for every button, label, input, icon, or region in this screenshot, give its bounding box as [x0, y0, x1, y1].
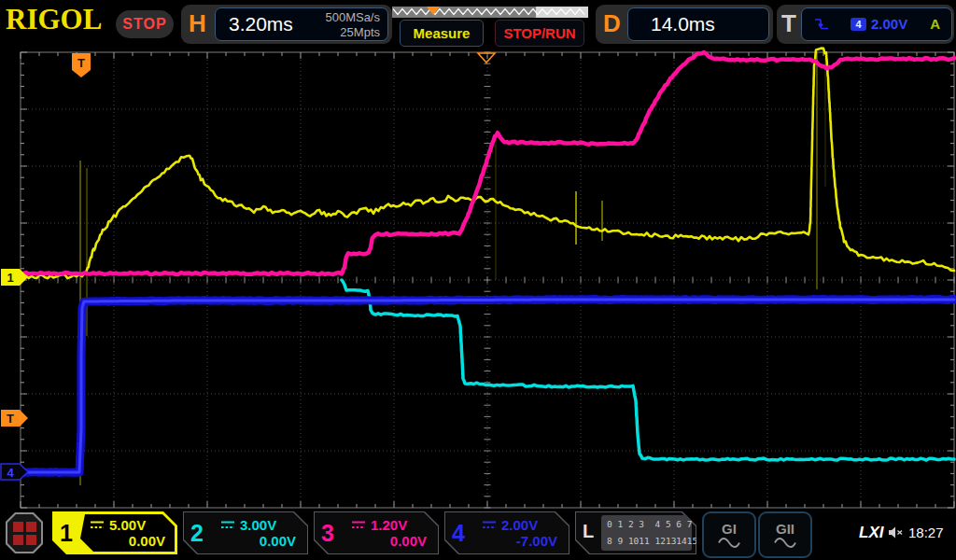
trigger-label: T — [781, 9, 796, 38]
oscilloscope-screen: T1T4 RIGOL STOP H 3.20ms 500MSa/s 25Mpts… — [0, 0, 956, 560]
dc-coupling-icon — [482, 520, 497, 530]
channel-1-scale: 5.00V — [109, 517, 146, 533]
trigger-level-marker[interactable]: T — [1, 410, 28, 427]
stop-run-button[interactable]: STOP/RUN — [495, 20, 584, 47]
trigger-menu-box[interactable]: T 4 2.00V A — [777, 5, 954, 44]
channel-1-box[interactable]: 1 5.00V 0.00V — [52, 511, 177, 554]
menu-button[interactable] — [6, 512, 43, 553]
clock-readout: 18:27 — [908, 525, 944, 540]
generator-2-box[interactable]: GII — [758, 511, 812, 558]
speaker-muted-icon[interactable] — [888, 525, 904, 543]
dc-coupling-icon — [351, 520, 366, 530]
channel-4-box[interactable]: 4 2.00V -7.00V — [444, 511, 569, 554]
generator-1-box[interactable]: GI — [702, 511, 756, 558]
logic-analyzer-label: L — [583, 521, 594, 542]
trigger-position-marker[interactable]: T — [72, 53, 91, 77]
channel-2-offset: 0.00V — [260, 533, 296, 549]
menu-grid-icon — [7, 514, 41, 552]
delay-label: D — [603, 9, 621, 38]
channel-1-offset: 0.00V — [129, 533, 165, 549]
channel-4-offset: -7.00V — [516, 533, 557, 549]
sine-wave-icon — [773, 537, 797, 549]
horizontal-menu-box[interactable]: H 3.20ms 500MSa/s 25Mpts — [181, 5, 392, 44]
memory-position-bar[interactable] — [392, 7, 588, 18]
trigger-source-badge: 4 — [851, 18, 866, 31]
channel-2-box[interactable]: 2 3.00V 0.00V — [183, 511, 308, 554]
channel-2-scale: 3.00V — [240, 517, 276, 533]
channel-4-scale: 2.00V — [501, 517, 538, 533]
channel-3-scale: 1.20V — [371, 517, 407, 533]
trace-ch2-cyan — [342, 280, 954, 460]
lxi-logo: LXI — [859, 524, 883, 542]
horizontal-center-marker — [478, 53, 495, 63]
logic-channel-list: 0 1 2 3 4 5 6 7 8 9 1011 12131415 — [601, 515, 692, 551]
waveform-display: T1T4 — [0, 0, 956, 560]
generator-1-label: GI — [722, 522, 737, 536]
trace-artifacts — [80, 52, 825, 485]
acquisition-status-badge: STOP — [116, 10, 174, 38]
delay-menu-box[interactable]: D 14.0ms — [596, 5, 773, 44]
generator-2-label: GII — [776, 522, 794, 536]
channel-3-offset: 0.00V — [390, 533, 427, 549]
svg-text:T: T — [7, 412, 14, 426]
horizontal-label: H — [189, 9, 206, 38]
channel-3-box[interactable]: 3 1.20V 0.00V — [314, 511, 439, 554]
sine-wave-icon — [717, 537, 741, 549]
graticule — [21, 52, 954, 508]
svg-text:1: 1 — [7, 271, 13, 285]
channel-4-position-marker[interactable]: 4 — [1, 464, 28, 480]
trigger-sweep-mode: A — [930, 16, 940, 32]
measure-button[interactable]: Measure — [400, 20, 484, 47]
svg-text:T: T — [77, 56, 85, 70]
dc-coupling-icon — [220, 520, 235, 530]
sample-rate-readout: 500MSa/s 25Mpts — [325, 10, 380, 39]
falling-edge-icon — [813, 16, 830, 36]
logic-analyzer-box[interactable]: L 0 1 2 3 4 5 6 7 8 9 1011 12131415 — [575, 511, 696, 554]
dc-coupling-icon — [90, 520, 105, 530]
rigol-logo: RIGOL — [6, 3, 102, 36]
delay-value: 14.0ms — [651, 13, 715, 35]
timebase-value: 3.20ms — [229, 13, 293, 35]
trigger-level-value: 2.00V — [871, 16, 907, 32]
svg-text:4: 4 — [7, 466, 14, 480]
